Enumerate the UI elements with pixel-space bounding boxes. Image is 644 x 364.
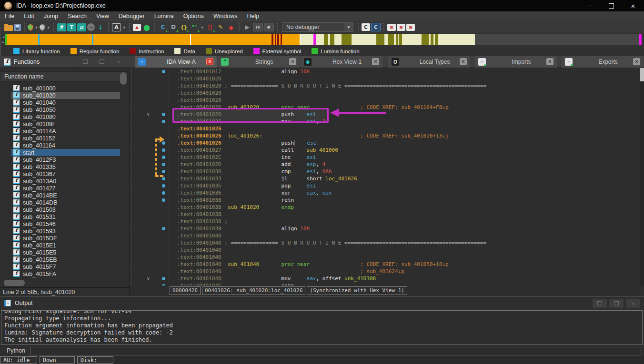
make-struct-icon[interactable]: {}+ xyxy=(179,22,189,32)
ascii-caret-icon[interactable]: ▼ xyxy=(122,22,126,32)
tab-strings[interactable]: ”Strings× xyxy=(218,56,300,68)
disasm-scroll-thumb[interactable] xyxy=(640,68,644,81)
disasm-line[interactable]: .text:00401038 retn xyxy=(177,197,294,204)
disasm-line[interactable]: .text:00401020 xyxy=(177,89,221,97)
quick-compile-icon[interactable]: C xyxy=(371,23,381,31)
nav-back-icon[interactable] xyxy=(27,23,35,31)
function-row[interactable]: fsub_4015FA xyxy=(0,270,128,277)
disasm-line[interactable]: .text:00401040 sub_401040 proc near ; CO… xyxy=(177,261,449,268)
tab-close-icon[interactable]: × xyxy=(206,58,213,65)
chevron-down-icon[interactable]: ▼ xyxy=(344,23,353,31)
open-file-icon[interactable] xyxy=(4,25,13,31)
jump-operand-icon[interactable]: → xyxy=(87,23,95,31)
function-row[interactable]: fsub_401164 xyxy=(0,142,128,149)
make-string-caret-icon[interactable]: ▼ xyxy=(200,22,204,32)
function-row[interactable]: fsub_4015F7 xyxy=(0,263,128,270)
function-row[interactable]: fsub_401546 xyxy=(0,220,128,227)
function-row[interactable]: fsub_401000 xyxy=(0,85,128,92)
nav-forward-icon[interactable] xyxy=(39,23,47,31)
disasm-line[interactable]: .text:00401030 cmp esi, 0Ah xyxy=(177,168,332,175)
function-row[interactable]: fsub_4014DB xyxy=(0,199,128,206)
tab-close-icon[interactable]: × xyxy=(289,58,296,65)
tab-exports[interactable]: ≡Exports× xyxy=(562,56,644,68)
output-float-button[interactable] xyxy=(609,299,624,308)
save-file-icon[interactable] xyxy=(14,24,21,31)
restore-button[interactable] xyxy=(600,0,622,11)
menu-item-jump[interactable]: Jump xyxy=(39,11,63,21)
menu-item-debugger[interactable]: Debugger xyxy=(114,11,150,21)
disasm-line[interactable]: .text:00401036 xor eax, eax xyxy=(177,189,332,197)
jump-address-icon[interactable]: # xyxy=(57,23,66,31)
tab-close-icon[interactable]: × xyxy=(633,58,640,65)
disasm-line[interactable]: .text:00401026 xyxy=(177,125,221,132)
output-log[interactable]: Using FLIRT signature: SEH for vc7-14Pro… xyxy=(1,310,643,345)
tab-close-icon[interactable]: × xyxy=(460,58,467,65)
jump-enter-icon[interactable]: ↓ xyxy=(96,22,105,32)
make-array-icon[interactable]: []+ xyxy=(205,22,215,32)
stop-debugger-icon[interactable]: ■ xyxy=(264,23,274,31)
edit-icon[interactable]: ✎ xyxy=(216,22,225,32)
disasm-line[interactable]: .text:00401026 push esi xyxy=(177,139,316,147)
function-row[interactable]: fsub_4014BE xyxy=(0,192,128,199)
disasm-line[interactable]: .text:00401039 align 10h xyxy=(177,225,310,232)
function-row[interactable]: fsub_4015E5 xyxy=(0,249,128,256)
disasm-line[interactable]: .text:00401040 ; =============== S U B R… xyxy=(177,239,486,246)
disasm-line[interactable]: .text:0040102D add esp, 4 xyxy=(177,161,325,168)
disasm-line[interactable]: .text:00401026 loc_401026: ; CODE XREF: … xyxy=(177,132,449,139)
function-row[interactable]: fsub_4012F3 xyxy=(0,156,128,163)
jump-xref-icon[interactable]: ⇄ xyxy=(77,23,86,31)
menu-item-help[interactable]: Help xyxy=(242,11,264,21)
ida-view-disassembly[interactable]: ∨∨ .text:00401012 align 10h.text:0040102… xyxy=(130,68,640,296)
disasm-line[interactable]: .text:00401033 jl short loc_401026 xyxy=(177,175,357,182)
python-input[interactable] xyxy=(30,347,641,355)
function-row[interactable]: fsub_4013A0 xyxy=(0,177,128,185)
function-row[interactable]: fsub_401503 xyxy=(0,206,128,213)
disasm-line[interactable]: .text:00401040 xyxy=(177,254,221,261)
disasm-line[interactable]: .text:00401038 sub_401020 endp xyxy=(177,204,294,211)
graph-overview-icon[interactable]: ▲ xyxy=(133,24,141,31)
disasm-line[interactable]: .text:00401020 xyxy=(177,75,221,82)
function-row[interactable]: fsub_40114A xyxy=(0,128,128,135)
tab-imports[interactable]: ≡Imports× xyxy=(475,56,557,68)
disasm-line[interactable]: .text:00401040 xyxy=(177,232,221,239)
output-maximize-button[interactable] xyxy=(593,299,607,308)
collapse-chevron-icon[interactable]: ∨ xyxy=(147,275,150,282)
disasm-line[interactable]: .text:00401038 xyxy=(177,211,221,218)
disasm-line[interactable]: .text:00401040 xyxy=(177,246,221,254)
disasm-line[interactable]: .text:00401020 ; =============== S U B R… xyxy=(177,82,486,89)
functions-vertical-scrollbar[interactable] xyxy=(120,72,127,85)
panel-maximize-button[interactable] xyxy=(78,57,92,66)
make-string-icon[interactable]: ""+ xyxy=(190,22,199,32)
segments-list-icon[interactable]: ≡ xyxy=(387,24,396,31)
disasm-line[interactable]: .text:00401040 ; sub_401624↓p xyxy=(177,268,404,275)
problems-list-icon[interactable]: ≡ xyxy=(406,24,415,31)
function-row[interactable]: fsub_401152 xyxy=(0,135,128,142)
collapse-chevron-icon[interactable]: ∨ xyxy=(147,111,150,118)
function-row[interactable]: fsub_401040 xyxy=(0,99,128,106)
function-row[interactable]: fsub_4015EB xyxy=(0,256,128,263)
disasm-line[interactable]: .text:00401027 call sub_401000 xyxy=(177,147,338,154)
disasm-line[interactable]: .text:00401045 retn xyxy=(177,282,294,285)
function-row[interactable]: fsub_401367 xyxy=(0,170,128,177)
function-row[interactable]: fsub_401593 xyxy=(0,227,128,235)
function-row[interactable]: fsub_4015DE xyxy=(0,235,128,242)
function-row[interactable]: fsub_401427 xyxy=(0,185,128,192)
menu-item-options[interactable]: Options xyxy=(179,11,209,21)
function-row[interactable]: fsub_401335 xyxy=(0,163,128,170)
disasm-vertical-scrollbar[interactable] xyxy=(640,68,644,285)
function-row[interactable]: fsub_401020 xyxy=(0,92,128,99)
menu-item-windows[interactable]: Windows xyxy=(209,11,242,21)
tab-ida-view-a[interactable]: ≡IDA View-A× xyxy=(135,56,217,68)
functions-horizontal-scrollbar[interactable] xyxy=(4,280,25,286)
make-data-icon[interactable]: D+ xyxy=(169,22,178,32)
close-button[interactable]: × xyxy=(622,0,644,11)
menu-item-lumina[interactable]: Lumina xyxy=(150,11,179,21)
disasm-line[interactable]: .text:00401035 pop esi xyxy=(177,182,316,189)
disasm-line[interactable]: .text:00401012 align 10h xyxy=(177,68,310,75)
lumina-status-icon[interactable]: ● xyxy=(142,22,151,32)
function-name-column-header[interactable]: Function name xyxy=(0,71,128,82)
pause-debugger-icon[interactable]: ▮▮ xyxy=(253,23,263,31)
nav-forward-caret-icon[interactable]: ▼ xyxy=(46,22,50,32)
function-row[interactable]: fsub_401050 xyxy=(0,106,128,113)
tab-close-icon[interactable]: × xyxy=(546,58,553,65)
